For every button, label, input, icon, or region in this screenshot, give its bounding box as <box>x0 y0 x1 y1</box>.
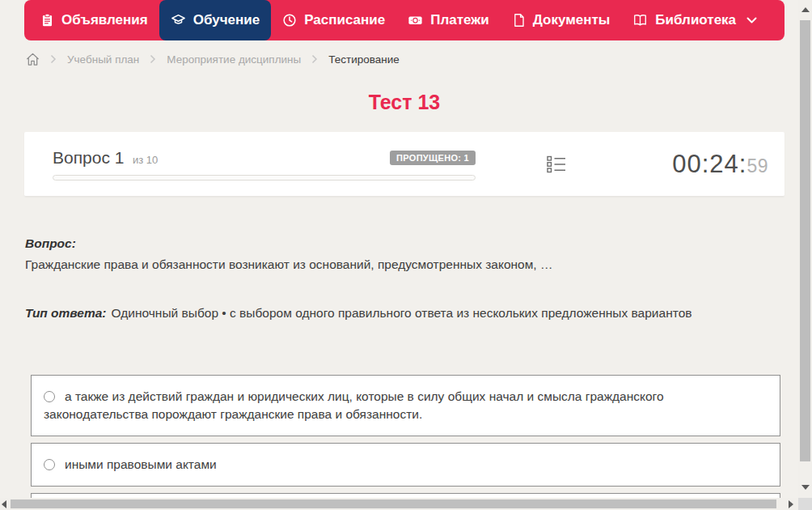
nav-item-payments[interactable]: Платежи <box>396 0 501 40</box>
scroll-up-arrow-icon[interactable] <box>801 7 810 12</box>
breadcrumb-separator-icon <box>50 54 57 64</box>
radio-button[interactable] <box>44 459 55 470</box>
question-label: Вопрос: <box>25 236 76 251</box>
question-counter: Вопрос 1 из 10 <box>53 148 158 168</box>
answer-type-line: Тип ответа:Одиночный выбор • с выбором о… <box>25 306 691 321</box>
answer-type-label: Тип ответа: <box>25 306 107 320</box>
home-icon[interactable] <box>26 53 40 66</box>
answer-type-text: Одиночный выбор • с выбором одного прави… <box>112 306 692 320</box>
nav-label: Объявления <box>61 12 148 28</box>
question-header-card: Вопрос 1 из 10 ПРОПУЩЕНО: 1 00:24:59 <box>24 132 785 197</box>
question-total: из 10 <box>133 154 158 166</box>
timer: 00:24:59 <box>672 150 768 179</box>
chevron-down-icon <box>746 17 757 24</box>
question-progress-column: Вопрос 1 из 10 ПРОПУЩЕНО: 1 <box>53 148 476 181</box>
option-text: иными правовыми актами <box>65 457 217 471</box>
question-number: Вопрос 1 <box>53 148 124 167</box>
answer-option-1[interactable]: а также из действий граждан и юридически… <box>31 375 780 436</box>
vertical-scrollbar[interactable] <box>798 0 812 498</box>
nav-label: Обучение <box>193 12 260 28</box>
breadcrumb-discipline-event[interactable]: Мероприятие дисциплины <box>167 53 301 66</box>
question-text: Гражданские права и обязанности возникаю… <box>25 257 552 272</box>
timer-hours-minutes: 00:24: <box>672 150 746 178</box>
nav-item-announcements[interactable]: Объявления <box>29 0 159 40</box>
answer-option-2[interactable]: иными правовыми актами <box>31 443 780 487</box>
vertical-scrollbar-thumb[interactable] <box>800 20 810 461</box>
page-title: Тест 13 <box>0 91 809 114</box>
main-navbar: Объявления Обучение Расписание Платежи Д… <box>24 0 785 40</box>
banknote-icon <box>408 13 423 28</box>
clipboard-icon <box>40 13 54 28</box>
clock-icon <box>282 13 297 28</box>
horizontal-scrollbar-thumb[interactable] <box>11 499 776 508</box>
nav-label: Расписание <box>304 12 385 28</box>
breadcrumb: Учебный план Мероприятие дисциплины Тест… <box>26 49 400 69</box>
radio-button[interactable] <box>44 391 55 402</box>
question-list-icon <box>547 155 566 173</box>
timer-seconds: 59 <box>746 155 768 176</box>
nav-label: Документы <box>533 12 611 28</box>
scroll-down-arrow-icon[interactable] <box>801 485 810 490</box>
scroll-left-arrow-icon[interactable] <box>2 500 6 508</box>
option-text: а также из действий граждан и юридически… <box>44 389 664 421</box>
nav-item-schedule[interactable]: Расписание <box>271 0 396 40</box>
breadcrumb-separator-icon <box>150 54 156 64</box>
scroll-right-arrow-icon[interactable] <box>789 500 793 508</box>
progress-bar <box>53 175 476 181</box>
breadcrumb-separator-icon <box>311 54 318 64</box>
nav-item-library[interactable]: Библиотека <box>621 0 768 40</box>
scrollbar-corner <box>798 498 812 510</box>
horizontal-scrollbar[interactable] <box>0 498 798 510</box>
nav-label: Библиотека <box>655 12 736 28</box>
breadcrumb-testing: Тестирование <box>328 53 400 66</box>
skipped-badge: ПРОПУЩЕНО: 1 <box>390 151 476 165</box>
open-book-icon <box>632 13 648 28</box>
breadcrumb-study-plan[interactable]: Учебный план <box>67 53 139 66</box>
nav-label: Платежи <box>430 12 489 28</box>
nav-item-education[interactable]: Обучение <box>159 0 271 40</box>
graduation-cap-icon <box>171 13 186 28</box>
question-list-button[interactable] <box>547 155 566 173</box>
answer-options: а также из действий граждан и юридически… <box>31 375 780 510</box>
document-icon <box>512 13 526 28</box>
nav-item-documents[interactable]: Документы <box>501 0 622 40</box>
